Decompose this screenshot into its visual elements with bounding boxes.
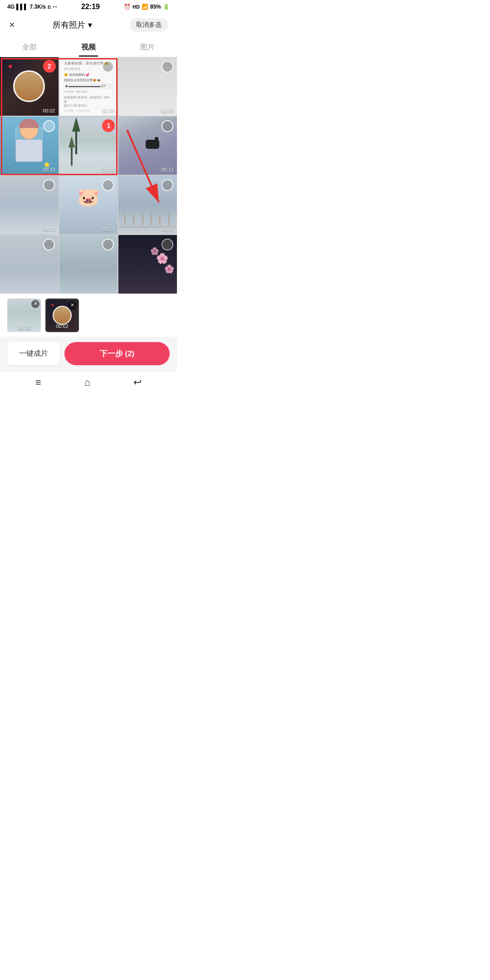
- select-circle-3[interactable]: [162, 61, 173, 73]
- wifi-icon: 📶: [142, 4, 148, 10]
- signal-text: 4G: [7, 4, 15, 10]
- duration-1: 00:02: [43, 108, 55, 113]
- tab-all[interactable]: 全部: [13, 40, 46, 57]
- grid-item-9[interactable]: 00:17: [118, 176, 177, 234]
- remove-thumb-2-button[interactable]: ✕: [68, 301, 76, 309]
- signal-bars: ▌▌▌: [16, 4, 28, 10]
- duration-7: 00:32: [43, 226, 55, 232]
- remove-thumb-1-button[interactable]: ✕: [31, 300, 39, 308]
- portrait-face: [13, 70, 45, 102]
- select-circle-9[interactable]: [162, 179, 173, 191]
- select-circle-7[interactable]: [43, 179, 55, 191]
- action-bar: 一键成片 下一步 (2): [0, 337, 177, 371]
- album-title: 所有照片: [53, 20, 85, 30]
- tab-video[interactable]: 视频: [72, 40, 105, 57]
- navigation-bar: ≡ ⌂ ↩: [0, 371, 177, 394]
- select-circle-4[interactable]: [43, 120, 55, 132]
- status-right: ⏰ HD 📶 85% 🔋: [124, 4, 170, 10]
- select-circle-11[interactable]: [102, 239, 114, 250]
- select-circle-10[interactable]: [43, 239, 55, 250]
- select-circle-6[interactable]: [162, 120, 173, 132]
- tab-photo[interactable]: 图片: [131, 40, 164, 57]
- select-badge-5: 1: [102, 119, 115, 132]
- home-icon[interactable]: ⌂: [84, 377, 90, 388]
- duration-5: 00:13: [102, 167, 115, 172]
- grid-item-3[interactable]: 00:00: [118, 57, 177, 116]
- duration-2: 00:29: [102, 108, 115, 113]
- alarm-icon: ⏰: [124, 4, 131, 10]
- grid-item-7[interactable]: 00:32: [0, 176, 59, 234]
- select-circle-8[interactable]: [102, 179, 114, 191]
- menu-icon[interactable]: ≡: [35, 377, 41, 388]
- usb-icon: ⎌: [48, 4, 51, 10]
- duration-9: 00:17: [161, 226, 174, 232]
- header: × 所有照片 ▾ 取消多选: [0, 14, 177, 36]
- media-grid-wrapper: ♥ 00:02 2 大家都在接：坏女孩行奥😊 2911条评论 😊 迷你跳舞机 💕…: [0, 57, 177, 294]
- battery-icon: 🔋: [163, 4, 170, 10]
- duration-6: 00:11: [161, 167, 174, 172]
- auto-create-button[interactable]: 一键成片: [7, 342, 60, 365]
- duration-8: 00:17: [102, 226, 115, 232]
- media-grid: ♥ 00:02 2 大家都在接：坏女孩行奥😊 2911条评论 😊 迷你跳舞机 💕…: [0, 57, 177, 294]
- grid-item-4[interactable]: 🔊 ⭐ 00:23: [0, 117, 59, 175]
- hd-badge: HD: [132, 4, 140, 10]
- tabs-bar: 全部 视频 图片: [0, 36, 177, 57]
- heart-icon: ♥: [8, 63, 13, 71]
- status-left: 4G ▌▌▌ 7.3K/s ⎌ ···: [7, 4, 57, 10]
- grid-item-11[interactable]: [59, 235, 118, 294]
- selected-thumb-2[interactable]: ♥ ✕ 00:02: [45, 299, 79, 332]
- pig-emoji: 🐷: [77, 186, 100, 208]
- selected-thumbnails-bar: ✕ 00:13 ♥ ✕ 00:02: [0, 294, 177, 337]
- speed-text: 7.3K/s: [30, 4, 46, 10]
- status-time: 22:19: [81, 3, 100, 11]
- chevron-down-icon[interactable]: ▾: [88, 20, 92, 30]
- selected-thumb-2-duration: 00:02: [56, 323, 69, 329]
- select-badge-1: 2: [43, 60, 56, 73]
- selected-thumb-1[interactable]: ✕ 00:13: [7, 299, 41, 332]
- back-icon[interactable]: ↩: [133, 377, 142, 388]
- grid-item-1[interactable]: ♥ 00:02 2: [0, 57, 59, 116]
- close-button[interactable]: ×: [9, 19, 15, 31]
- grid-item-10[interactable]: [0, 235, 59, 294]
- ellipsis: ···: [53, 4, 57, 10]
- status-bar: 4G ▌▌▌ 7.3K/s ⎌ ··· 22:19 ⏰ HD 📶 85% 🔋: [0, 0, 177, 14]
- grid-item-5[interactable]: 00:13 1: [59, 117, 118, 175]
- battery-text: 85%: [150, 4, 161, 10]
- select-circle-12[interactable]: [162, 239, 173, 250]
- grid-item-6[interactable]: 00:11: [118, 117, 177, 175]
- selected-thumb-1-duration: 00:13: [18, 325, 30, 330]
- header-title: 所有照片 ▾: [53, 20, 92, 30]
- grid-item-2[interactable]: 大家都在接：坏女孩行奥😊 2911条评论 😊 迷你跳舞机 💕 我错你会坚我找点赞…: [59, 57, 118, 116]
- grid-item-8[interactable]: 🐷 00:17: [59, 176, 118, 234]
- next-step-button[interactable]: 下一步 (2): [64, 342, 170, 365]
- cancel-multiselect-button[interactable]: 取消多选: [130, 18, 168, 32]
- duration-3: 00:00: [161, 108, 174, 113]
- duration-4: 00:23: [43, 167, 55, 172]
- grid-item-12[interactable]: 🌸 🌸 🌸: [118, 235, 177, 294]
